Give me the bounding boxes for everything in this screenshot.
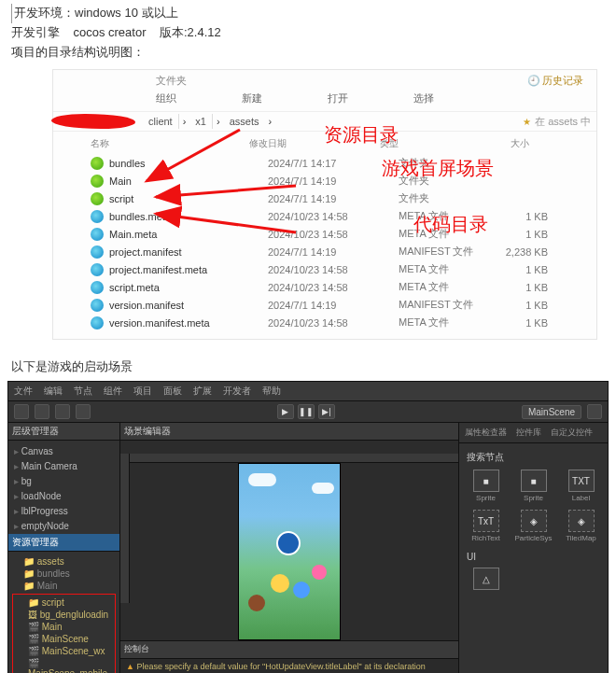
asset-panel-header[interactable]: 资源管理器 [8, 534, 119, 552]
asset-root[interactable]: 📁 assets [10, 555, 118, 568]
file-row[interactable]: version.manifest.meta2024/10/23 14:58MET… [91, 314, 596, 331]
node-lib-section-ui: UI [467, 552, 600, 562]
file-type: META 文件 [399, 262, 492, 276]
menu-item[interactable]: 开发者 [223, 385, 251, 398]
cocos-toolbar: ▶ ❚❚ ▶| MainScene [8, 401, 608, 423]
file-size: 1 KB [492, 300, 548, 311]
console-header: 控制台 [120, 641, 458, 659]
menu-item[interactable]: 帮助 [262, 385, 281, 398]
console-line: Please specify a default value for "HotU… [126, 661, 453, 673]
file-size: 1 KB [492, 317, 548, 329]
lib-item[interactable]: △ [467, 568, 505, 592]
ribbon-tab[interactable]: 新建 [242, 91, 262, 105]
highlighted-assets-box: 📁 script 🖼 bg_dengluloadin 🎬 Main 🎬 Main… [12, 594, 116, 673]
lib-item[interactable]: ■Sprite [467, 470, 505, 502]
file-date: 2024/7/1 14:19 [268, 175, 399, 187]
settings-icon[interactable] [587, 404, 602, 419]
tool-rotate[interactable] [35, 404, 49, 419]
col-size[interactable]: 大小 [473, 137, 529, 150]
hierarchy-node[interactable]: Canvas [14, 444, 114, 459]
lib-item[interactable]: TxTRichText [467, 510, 505, 542]
tool-move[interactable] [14, 404, 29, 419]
file-date: 2024/10/23 14:58 [268, 317, 399, 329]
file-name: project.manifest [109, 246, 268, 258]
explorer-ribbon-tabs: 组织 新建 打开 选择 [53, 90, 596, 112]
file-name: version.manifest.meta [109, 317, 268, 329]
hierarchy-node[interactable]: bg [14, 474, 114, 489]
hierarchy-node[interactable]: Main Camera [14, 459, 114, 474]
menu-item[interactable]: 面板 [163, 385, 182, 398]
file-type: 文件夹 [399, 191, 492, 205]
lib-item[interactable]: ◈ParticleSys [514, 510, 553, 542]
lib-item[interactable]: ■Sprite [514, 470, 553, 502]
breadcrumb-seg[interactable]: client [143, 114, 179, 129]
file-size: 1 KB [492, 211, 548, 222]
tool-scale[interactable] [55, 404, 70, 419]
menu-item[interactable]: 扩展 [193, 385, 212, 398]
play-button[interactable]: ▶ [277, 404, 294, 419]
file-size: 1 KB [492, 264, 548, 275]
tab-node-lib[interactable]: 控件库 [516, 427, 541, 439]
file-row[interactable]: bundles2024/7/1 14:17文件夹 [91, 154, 596, 172]
node-library: 搜索节点 ■Sprite■SpriteTXTLabelTxTRichText◈P… [459, 443, 608, 599]
breadcrumb-seg[interactable]: x1 [189, 114, 213, 129]
asset-node[interactable]: 📁 Main [10, 580, 118, 592]
scene-selector[interactable]: MainScene [522, 405, 581, 419]
node-lib-subheader: 搜索节点 [467, 451, 600, 464]
menu-item[interactable]: 节点 [74, 385, 92, 398]
ribbon-tab[interactable]: 选择 [413, 91, 434, 105]
file-row[interactable]: Main.meta2024/10/23 14:58META 文件1 KB [91, 225, 596, 243]
file-date: 2024/7/1 14:19 [268, 246, 399, 258]
col-name[interactable]: 名称 [91, 137, 249, 150]
lib-item[interactable]: TXTLabel [562, 470, 600, 502]
lib-item[interactable]: ◈TiledMap [562, 510, 600, 542]
asset-node[interactable]: 🎬 MainScene [15, 633, 113, 645]
intro-line-2: 开发引擎 cocos creator 版本:2.4.12 [11, 23, 605, 43]
menu-item[interactable]: 文件 [14, 385, 33, 398]
file-row[interactable]: Main2024/7/1 14:19文件夹 [91, 172, 596, 189]
step-button[interactable]: ▶| [318, 404, 335, 419]
ribbon-tab[interactable]: 组织 [156, 91, 176, 105]
section-caption: 以下是游戏的启动场景 [0, 349, 616, 381]
file-icon [91, 316, 104, 329]
file-name: Main.meta [109, 229, 268, 240]
file-name: script [109, 193, 268, 204]
menu-item[interactable]: 项目 [133, 385, 152, 398]
file-name: Main [109, 175, 268, 187]
asset-node[interactable]: 📁 script [15, 596, 113, 609]
file-row[interactable]: script.meta2024/10/23 14:58META 文件1 KB [91, 278, 596, 296]
scene-view[interactable] [120, 441, 458, 640]
breadcrumb-seg[interactable]: assets [224, 114, 265, 129]
ribbon-tab[interactable]: 打开 [328, 91, 348, 105]
history-link[interactable]: 历史记录 [527, 74, 583, 88]
hierarchy-node[interactable]: loadNode [14, 489, 114, 504]
asset-node[interactable]: 📁 bundles [10, 568, 118, 580]
menu-item[interactable]: 组件 [104, 385, 122, 398]
file-row[interactable]: bundles.meta2024/10/23 14:58META 文件1 KB [91, 207, 596, 225]
file-name: script.meta [109, 282, 268, 293]
folder-icon [91, 157, 104, 170]
file-type: MANIFEST 文件 [399, 245, 492, 259]
tab-inspector[interactable]: 属性检查器 [465, 427, 507, 439]
file-date: 2024/10/23 14:58 [268, 229, 399, 240]
file-row[interactable]: project.manifest2024/7/1 14:19MANIFEST 文… [91, 243, 596, 260]
hierarchy-node[interactable]: emptyNode [14, 519, 114, 534]
asset-node[interactable]: 🎬 MainScene_wx [15, 645, 113, 657]
file-row[interactable]: version.manifest2024/7/1 14:19MANIFEST 文… [91, 296, 596, 314]
pause-button[interactable]: ❚❚ [298, 404, 315, 419]
hierarchy-node[interactable]: lblProgress [14, 504, 114, 519]
file-row[interactable]: project.manifest.meta2024/10/23 14:58MET… [91, 260, 596, 278]
star-icon: ★ [523, 117, 531, 127]
file-name: version.manifest [109, 300, 268, 311]
folder-icon [91, 192, 104, 205]
tool-rect[interactable] [76, 404, 91, 419]
file-row[interactable]: script2024/7/1 14:19文件夹 [91, 189, 596, 207]
ruler-vertical [120, 454, 130, 603]
tab-custom[interactable]: 自定义控件 [551, 427, 593, 439]
menu-item[interactable]: 编辑 [44, 385, 63, 398]
hierarchy-panel: CanvasMain CamerabgloadNodelblProgressem… [8, 441, 119, 534]
asset-node[interactable]: 🎬 Main [15, 621, 113, 633]
asset-node[interactable]: 🎬 MainScene_mobile [15, 657, 113, 673]
asset-node[interactable]: 🖼 bg_dengluloadin [15, 609, 113, 621]
file-type: META 文件 [399, 315, 492, 329]
